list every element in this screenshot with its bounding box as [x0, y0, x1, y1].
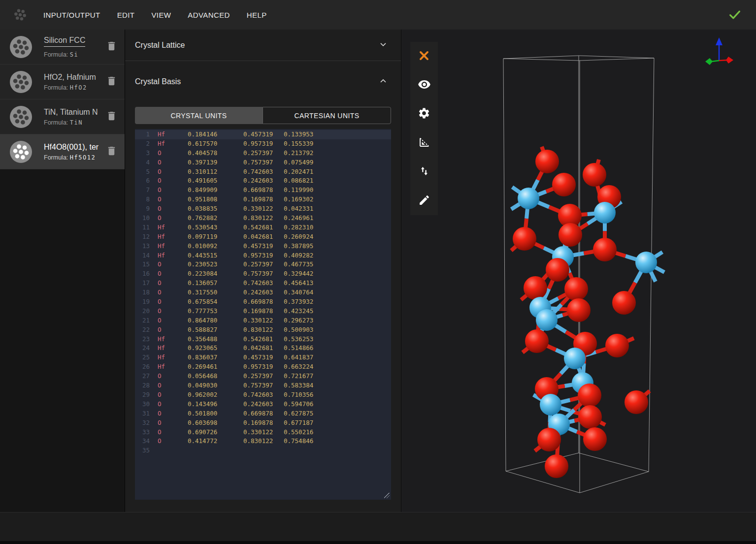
section-header-crystal-basis[interactable]: Crystal Basis	[125, 61, 401, 102]
menu-item-input-output[interactable]: INPUT/OUTPUT	[43, 11, 100, 19]
delete-material-button[interactable]	[105, 75, 118, 88]
basis-row: 21O0.8647800.3301220.296273	[135, 316, 391, 325]
coordinate-value: 0.075499	[284, 158, 313, 167]
basis-row: 15O0.2305230.2573970.467735	[135, 260, 391, 269]
material-item[interactable]: TiN, Titanium NFormula: TiN	[0, 99, 125, 134]
line-number: 30	[135, 400, 150, 409]
coordinate-value: 0.830122	[243, 325, 284, 335]
menu-item-view[interactable]: VIEW	[151, 11, 171, 19]
basis-row: 11Hf0.5305430.5426810.282310	[135, 223, 391, 232]
element-symbol: Hf	[158, 139, 188, 149]
atom-O	[578, 405, 602, 429]
line-number: 8	[135, 195, 150, 204]
element-symbol: Hf	[158, 223, 188, 232]
units-tabbar: CRYSTAL UNITSCARTESIAN UNITS	[135, 107, 391, 124]
atom-O	[513, 227, 536, 251]
edit-button[interactable]	[410, 186, 438, 215]
coordinate-value: 0.330122	[243, 428, 284, 437]
editor-resize-grip[interactable]	[384, 493, 390, 498]
coordinate-value: 0.457319	[243, 130, 284, 139]
atom-O	[524, 276, 547, 300]
coordinate-value: 0.500903	[284, 325, 313, 335]
sort-button[interactable]	[410, 158, 438, 187]
coordinate-value: 0.042681	[243, 344, 284, 353]
menu-item-help[interactable]: HELP	[247, 11, 267, 19]
section-header-crystal-lattice[interactable]: Crystal Lattice	[125, 30, 401, 61]
element-symbol: O	[158, 149, 188, 158]
coordinate-value: 0.242603	[243, 288, 284, 297]
line-number: 18	[135, 288, 150, 297]
atoms	[513, 150, 657, 478]
material-item[interactable]: HfO2, HafniumFormula: HfO2	[0, 64, 125, 99]
element-symbol: O	[158, 279, 188, 288]
coordinate-value: 0.457319	[243, 353, 284, 362]
element-symbol: Hf	[158, 344, 188, 353]
measure-button[interactable]	[410, 128, 438, 158]
coordinate-value: 0.038835	[188, 204, 243, 214]
menu-item-edit[interactable]: EDIT	[117, 11, 135, 19]
structure-viewport[interactable]	[401, 30, 756, 512]
coordinate-value: 0.690726	[188, 428, 243, 437]
basis-row: 23Hf0.3564880.5426810.536253	[135, 335, 391, 344]
close-button[interactable]	[410, 42, 438, 71]
line-number: 26	[135, 362, 150, 372]
basis-row: 32O0.6036980.1698780.677187	[135, 418, 391, 428]
element-symbol: O	[158, 186, 188, 195]
basis-row: 29O0.9620020.7426030.710356	[135, 390, 391, 400]
line-number: 33	[135, 428, 150, 437]
basis-row: 30O0.1434960.2426030.594706	[135, 400, 391, 409]
material-avatar-icon	[10, 106, 32, 128]
line-number: 35	[135, 446, 150, 455]
basis-code-editor[interactable]: 1Hf0.1841460.4573190.1339532Hf0.6175700.…	[135, 129, 391, 500]
atom-O	[545, 454, 568, 478]
coordinate-value: 0.340764	[284, 288, 313, 297]
basis-row-empty: 35	[135, 446, 391, 455]
basis-row: 26Hf0.2694610.9573190.663224	[135, 362, 391, 372]
material-editor-panel: Crystal LatticeCrystal Basis CRYSTAL UNI…	[125, 30, 401, 512]
delete-material-button[interactable]	[105, 145, 118, 158]
coordinate-value: 0.677187	[284, 418, 313, 428]
coordinate-value: 0.762882	[188, 214, 243, 223]
section-title: Crystal Lattice	[135, 41, 185, 50]
atom-O	[537, 428, 561, 451]
material-item[interactable]: Hf4O8(001), terFormula: Hf5O12	[0, 134, 125, 169]
tab-cartesian-units[interactable]: CARTESIAN UNITS	[263, 107, 391, 124]
atom-O	[567, 298, 591, 322]
element-symbol: Hf	[158, 130, 188, 139]
coordinate-value: 0.710356	[284, 390, 313, 400]
top-menu-bar: INPUT/OUTPUTEDITVIEWADVANCEDHELP	[0, 0, 756, 30]
gear-icon	[418, 107, 430, 121]
delete-material-button[interactable]	[105, 40, 118, 53]
basis-row: 1Hf0.1841460.4573190.133953	[135, 130, 391, 139]
line-number: 19	[135, 297, 150, 307]
coordinate-value: 0.443515	[188, 251, 243, 260]
coordinate-value: 0.957319	[243, 251, 284, 260]
element-symbol: O	[158, 269, 188, 279]
visibility-button[interactable]	[410, 71, 438, 100]
coordinate-value: 0.260924	[284, 232, 313, 242]
chevron-up-icon	[378, 76, 388, 88]
delete-material-button[interactable]	[105, 110, 118, 123]
coordinate-value: 0.317550	[188, 288, 243, 297]
coordinate-value: 0.086821	[284, 176, 313, 186]
formula-label: Formula:	[44, 119, 70, 126]
menu-item-advanced[interactable]: ADVANCED	[188, 11, 230, 19]
coordinate-value: 0.923065	[188, 344, 243, 353]
coordinate-value: 0.213792	[284, 149, 313, 158]
material-formula: Formula: Hf5O12	[44, 154, 105, 161]
coordinate-value: 0.143496	[188, 400, 243, 409]
settings-button[interactable]	[410, 99, 438, 128]
element-symbol: O	[158, 316, 188, 325]
coordinate-value: 0.641837	[284, 353, 313, 362]
tab-crystal-units[interactable]: CRYSTAL UNITS	[135, 107, 263, 124]
line-number: 23	[135, 335, 150, 344]
coordinate-value: 0.119990	[284, 186, 313, 195]
material-item[interactable]: Silicon FCCFormula: Si	[0, 30, 125, 64]
atom-Hf	[564, 348, 586, 369]
material-name: HfO2, Hafnium	[44, 73, 105, 82]
basis-row: 14Hf0.4435150.9573190.409282	[135, 251, 391, 260]
main-area: Silicon FCCFormula: SiHfO2, HafniumFormu…	[0, 30, 756, 512]
coordinate-value: 0.742603	[243, 279, 284, 288]
coordinate-value: 0.242603	[243, 400, 284, 409]
material-avatar-icon	[10, 141, 32, 163]
